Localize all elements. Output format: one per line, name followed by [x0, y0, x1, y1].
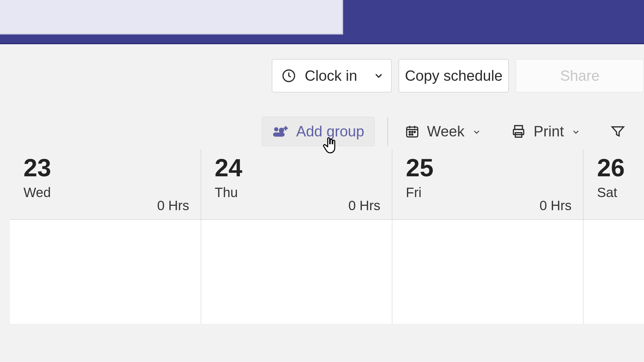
calendar-body-row	[10, 220, 644, 324]
add-group-label: Add group	[296, 123, 364, 140]
day-body-wed[interactable]	[10, 220, 201, 324]
week-view-button[interactable]: Week	[387, 117, 491, 146]
day-number: 24	[215, 156, 382, 180]
svg-point-6	[412, 131, 413, 133]
svg-point-7	[414, 131, 416, 133]
printer-icon	[511, 124, 526, 139]
filter-button[interactable]	[600, 118, 628, 145]
day-column-sat[interactable]: 26 Sat	[584, 149, 644, 219]
day-column-wed[interactable]: 23 Wed 0 Hrs	[10, 149, 201, 219]
print-button[interactable]: Print	[501, 117, 591, 146]
secondary-toolbar: Add group Week Print	[0, 113, 644, 149]
day-hours: 0 Hrs	[348, 198, 380, 213]
day-body-thu[interactable]	[201, 220, 392, 324]
add-group-button[interactable]: Add group	[262, 117, 375, 146]
day-body-fri[interactable]	[392, 220, 584, 324]
svg-point-1	[274, 127, 278, 132]
svg-rect-10	[515, 126, 522, 130]
filter-icon	[610, 124, 626, 139]
clock-in-dropdown-button[interactable]	[366, 59, 392, 93]
print-label: Print	[534, 123, 564, 140]
share-label: Share	[560, 67, 599, 84]
day-hours: 0 Hrs	[157, 198, 189, 213]
clock-in-button[interactable]: Clock in	[272, 59, 367, 93]
chevron-down-icon	[571, 127, 581, 137]
svg-point-8	[409, 134, 411, 135]
day-body-sat[interactable]	[584, 220, 644, 324]
svg-point-5	[409, 131, 411, 133]
calendar-icon	[405, 124, 420, 139]
clock-icon	[281, 68, 297, 83]
search-input[interactable]	[0, 0, 343, 35]
svg-rect-3	[273, 132, 284, 137]
share-button[interactable]: Share	[516, 59, 644, 93]
calendar-header-row: 23 Wed 0 Hrs 24 Thu 0 Hrs 25 Fri 0 Hrs 2…	[10, 149, 644, 220]
day-hours: 0 Hrs	[539, 198, 572, 213]
day-name: Sat	[597, 185, 634, 200]
actions-row: Clock in Copy schedule Share	[0, 59, 644, 93]
chevron-down-icon	[472, 127, 481, 137]
copy-schedule-label: Copy schedule	[405, 67, 502, 84]
copy-schedule-button[interactable]: Copy schedule	[398, 59, 509, 93]
day-column-thu[interactable]: 24 Thu 0 Hrs	[201, 149, 392, 219]
app-titlebar	[0, 0, 644, 44]
day-number: 26	[597, 156, 634, 180]
day-number: 23	[23, 156, 191, 180]
day-column-fri[interactable]: 25 Fri 0 Hrs	[392, 149, 584, 219]
people-add-icon	[272, 125, 289, 138]
clock-in-label: Clock in	[305, 67, 357, 84]
day-number: 25	[406, 156, 573, 180]
chevron-down-icon	[373, 70, 384, 81]
week-label: Week	[427, 123, 465, 140]
svg-point-9	[412, 134, 413, 135]
calendar-strip: 23 Wed 0 Hrs 24 Thu 0 Hrs 25 Fri 0 Hrs 2…	[10, 149, 644, 324]
svg-point-2	[279, 128, 284, 133]
